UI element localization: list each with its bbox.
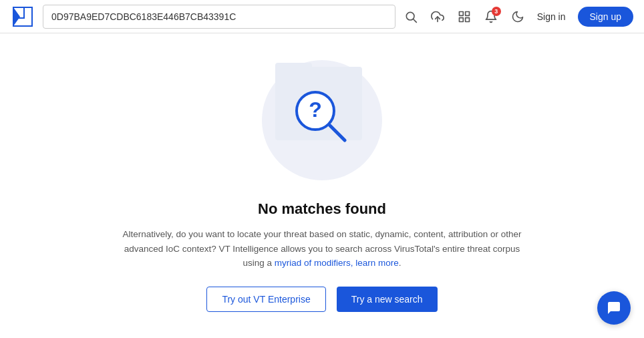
svg-rect-9 <box>459 17 463 21</box>
action-buttons: Try out VT Enterprise Try a new search <box>206 287 437 312</box>
main-content: ? No matches found Alternatively, do you… <box>0 33 644 312</box>
try-new-search-button[interactable]: Try a new search <box>337 287 438 312</box>
grid-icon[interactable] <box>457 9 472 24</box>
upload-icon[interactable] <box>430 9 445 24</box>
logo[interactable] <box>11 5 35 29</box>
dark-mode-icon[interactable] <box>510 9 525 24</box>
header: 3 Sign in Sign up <box>0 0 644 33</box>
sign-up-button[interactable]: Sign up <box>578 7 633 27</box>
svg-rect-10 <box>465 17 469 21</box>
description-text: Alternatively, do you want to locate you… <box>115 227 529 271</box>
svg-rect-7 <box>459 11 463 15</box>
svg-line-13 <box>330 126 345 140</box>
description-part2: . <box>399 258 401 268</box>
search-input[interactable] <box>43 5 395 29</box>
no-matches-title: No matches found <box>258 200 386 218</box>
search-icon[interactable] <box>404 9 418 24</box>
illustration: ? <box>255 53 389 187</box>
magnifier-icon: ? <box>290 86 350 146</box>
svg-rect-8 <box>465 11 469 15</box>
notifications-icon[interactable]: 3 <box>484 9 498 24</box>
svg-text:?: ? <box>309 98 322 122</box>
try-enterprise-button[interactable]: Try out VT Enterprise <box>206 287 325 312</box>
svg-line-5 <box>413 19 416 22</box>
notification-badge: 3 <box>492 7 501 16</box>
chat-button[interactable] <box>597 291 631 325</box>
sign-in-button[interactable]: Sign in <box>537 11 566 22</box>
modifiers-link[interactable]: myriad of modifiers, learn more <box>275 258 399 268</box>
header-icons: 3 Sign in Sign up <box>404 7 633 27</box>
